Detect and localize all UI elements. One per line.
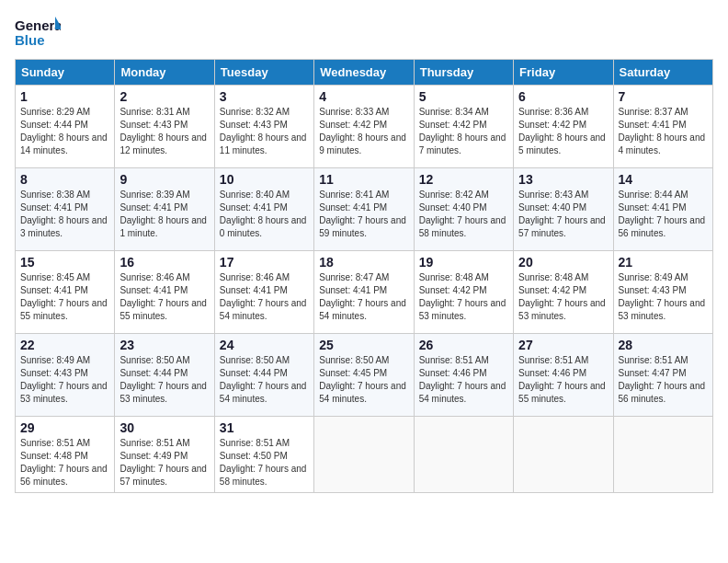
day-number: 9 [119,172,209,187]
day-info: Sunrise: 8:39 AMSunset: 4:41 PMDaylight:… [119,190,207,238]
calendar-cell: 7 Sunrise: 8:37 AMSunset: 4:41 PMDayligh… [613,86,712,168]
day-info: Sunrise: 8:44 AMSunset: 4:41 PMDaylight:… [619,190,706,238]
day-info: Sunrise: 8:45 AMSunset: 4:41 PMDaylight:… [20,272,108,321]
day-info: Sunrise: 8:49 AMSunset: 4:43 PMDaylight:… [20,355,108,404]
calendar-cell: 19 Sunrise: 8:48 AMSunset: 4:42 PMDaylig… [414,251,513,334]
day-info: Sunrise: 8:31 AMSunset: 4:43 PMDaylight:… [119,107,207,155]
weekday-header-thursday: Thursday [414,60,513,86]
day-number: 8 [20,172,109,187]
day-number: 16 [119,255,209,270]
day-number: 6 [518,89,608,104]
calendar-cell: 13 Sunrise: 8:43 AMSunset: 4:40 PMDaylig… [514,168,613,251]
day-info: Sunrise: 8:51 AMSunset: 4:48 PMDaylight:… [20,438,108,487]
day-info: Sunrise: 8:41 AMSunset: 4:41 PMDaylight:… [319,190,406,238]
logo: General Blue [15,15,61,50]
page-header: General Blue [15,15,713,50]
day-number: 31 [220,420,309,435]
day-number: 11 [319,172,408,187]
svg-text:General: General [15,17,61,33]
day-info: Sunrise: 8:47 AMSunset: 4:41 PMDaylight:… [319,272,406,321]
calendar-cell: 2 Sunrise: 8:31 AMSunset: 4:43 PMDayligh… [115,86,214,168]
calendar-cell: 17 Sunrise: 8:46 AMSunset: 4:41 PMDaylig… [214,251,313,334]
day-info: Sunrise: 8:50 AMSunset: 4:44 PMDaylight:… [220,355,307,404]
day-number: 5 [419,89,508,104]
calendar-cell: 9 Sunrise: 8:39 AMSunset: 4:41 PMDayligh… [115,168,214,251]
calendar-cell: 3 Sunrise: 8:32 AMSunset: 4:43 PMDayligh… [214,86,313,168]
day-info: Sunrise: 8:51 AMSunset: 4:46 PMDaylight:… [518,355,606,404]
day-info: Sunrise: 8:40 AMSunset: 4:41 PMDaylight:… [220,190,307,238]
calendar-table: SundayMondayTuesdayWednesdayThursdayFrid… [15,59,713,493]
day-info: Sunrise: 8:29 AMSunset: 4:44 PMDaylight:… [20,107,108,155]
calendar-cell: 12 Sunrise: 8:42 AMSunset: 4:40 PMDaylig… [414,168,513,251]
calendar-cell [414,417,513,493]
day-number: 30 [119,420,209,435]
day-number: 21 [619,255,708,270]
calendar-cell: 20 Sunrise: 8:48 AMSunset: 4:42 PMDaylig… [514,251,613,334]
day-info: Sunrise: 8:46 AMSunset: 4:41 PMDaylight:… [220,272,307,321]
day-info: Sunrise: 8:50 AMSunset: 4:44 PMDaylight:… [119,355,207,404]
week-row-5: 29 Sunrise: 8:51 AMSunset: 4:48 PMDaylig… [16,417,713,493]
calendar-cell: 28 Sunrise: 8:51 AMSunset: 4:47 PMDaylig… [613,334,712,417]
day-info: Sunrise: 8:37 AMSunset: 4:41 PMDaylight:… [619,107,706,155]
day-info: Sunrise: 8:50 AMSunset: 4:45 PMDaylight:… [319,355,406,404]
day-number: 23 [119,338,209,352]
day-info: Sunrise: 8:32 AMSunset: 4:43 PMDaylight:… [220,107,307,155]
calendar-cell: 8 Sunrise: 8:38 AMSunset: 4:41 PMDayligh… [16,168,115,251]
calendar-cell: 30 Sunrise: 8:51 AMSunset: 4:49 PMDaylig… [115,417,214,493]
day-number: 20 [518,255,608,270]
calendar-cell: 10 Sunrise: 8:40 AMSunset: 4:41 PMDaylig… [214,168,313,251]
day-number: 2 [119,89,209,104]
calendar-cell: 16 Sunrise: 8:46 AMSunset: 4:41 PMDaylig… [115,251,214,334]
calendar-cell: 27 Sunrise: 8:51 AMSunset: 4:46 PMDaylig… [514,334,613,417]
calendar-cell: 4 Sunrise: 8:33 AMSunset: 4:42 PMDayligh… [314,86,414,168]
calendar-cell: 21 Sunrise: 8:49 AMSunset: 4:43 PMDaylig… [613,251,712,334]
calendar-cell: 18 Sunrise: 8:47 AMSunset: 4:41 PMDaylig… [314,251,414,334]
weekday-header-friday: Friday [514,60,613,86]
day-number: 10 [220,172,309,187]
day-number: 13 [518,172,608,187]
day-info: Sunrise: 8:51 AMSunset: 4:47 PMDaylight:… [619,355,706,404]
day-info: Sunrise: 8:38 AMSunset: 4:41 PMDaylight:… [20,190,108,238]
weekday-header-saturday: Saturday [613,60,712,86]
calendar-cell [613,417,712,493]
calendar-cell: 15 Sunrise: 8:45 AMSunset: 4:41 PMDaylig… [16,251,115,334]
day-number: 26 [419,338,508,352]
calendar-cell: 6 Sunrise: 8:36 AMSunset: 4:42 PMDayligh… [514,86,613,168]
day-number: 17 [220,255,309,270]
week-row-1: 1 Sunrise: 8:29 AMSunset: 4:44 PMDayligh… [16,86,713,168]
day-number: 27 [518,338,608,352]
day-number: 28 [619,338,708,352]
day-number: 18 [319,255,408,270]
day-info: Sunrise: 8:36 AMSunset: 4:42 PMDaylight:… [518,107,606,155]
day-info: Sunrise: 8:49 AMSunset: 4:43 PMDaylight:… [619,272,706,321]
calendar-cell [514,417,613,493]
weekday-header-sunday: Sunday [16,60,115,86]
weekday-header-monday: Monday [115,60,214,86]
day-number: 22 [20,338,109,352]
calendar-cell: 23 Sunrise: 8:50 AMSunset: 4:44 PMDaylig… [115,334,214,417]
svg-text:Blue: Blue [15,32,45,48]
calendar-cell: 11 Sunrise: 8:41 AMSunset: 4:41 PMDaylig… [314,168,414,251]
week-row-4: 22 Sunrise: 8:49 AMSunset: 4:43 PMDaylig… [16,334,713,417]
calendar-cell: 14 Sunrise: 8:44 AMSunset: 4:41 PMDaylig… [613,168,712,251]
day-info: Sunrise: 8:46 AMSunset: 4:41 PMDaylight:… [119,272,207,321]
day-info: Sunrise: 8:48 AMSunset: 4:42 PMDaylight:… [518,272,606,321]
day-info: Sunrise: 8:34 AMSunset: 4:42 PMDaylight:… [419,107,506,155]
day-number: 15 [20,255,109,270]
day-info: Sunrise: 8:33 AMSunset: 4:42 PMDaylight:… [319,107,406,155]
logo-svg: General Blue [15,15,61,50]
day-number: 7 [619,89,708,104]
day-info: Sunrise: 8:43 AMSunset: 4:40 PMDaylight:… [518,190,606,238]
calendar-cell [314,417,414,493]
day-info: Sunrise: 8:51 AMSunset: 4:50 PMDaylight:… [220,438,307,487]
day-number: 29 [20,420,109,435]
calendar-cell: 24 Sunrise: 8:50 AMSunset: 4:44 PMDaylig… [214,334,313,417]
day-number: 4 [319,89,408,104]
calendar-cell: 1 Sunrise: 8:29 AMSunset: 4:44 PMDayligh… [16,86,115,168]
day-info: Sunrise: 8:42 AMSunset: 4:40 PMDaylight:… [419,190,506,238]
day-info: Sunrise: 8:48 AMSunset: 4:42 PMDaylight:… [419,272,506,321]
day-number: 24 [220,338,309,352]
day-number: 25 [319,338,408,352]
weekday-header-tuesday: Tuesday [214,60,313,86]
day-number: 1 [20,89,109,104]
